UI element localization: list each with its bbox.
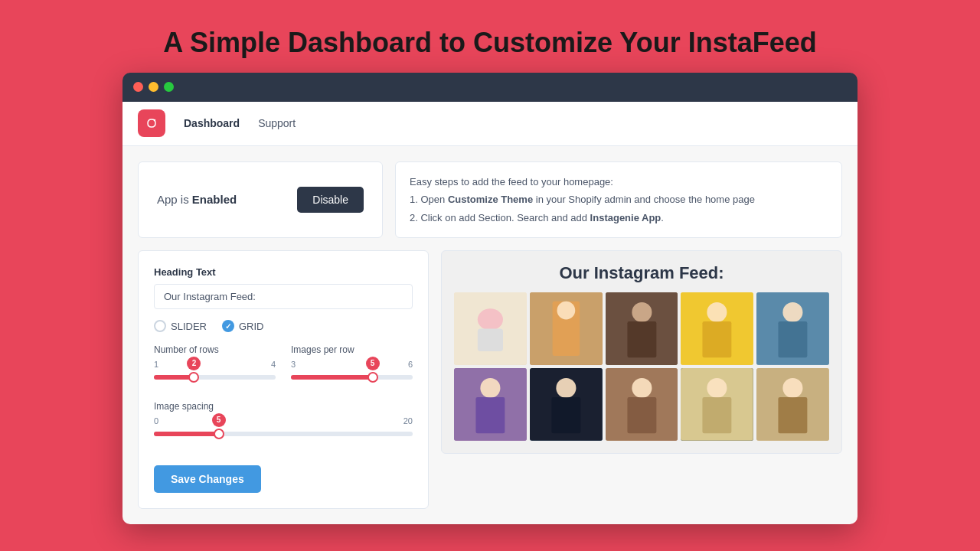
heading-label: Heading Text	[154, 266, 413, 278]
rows-slider-label: Number of rows	[154, 344, 276, 355]
status-state: Enabled	[192, 193, 237, 206]
instructions-panel: Easy steps to add the feed to your homep…	[395, 161, 842, 238]
radio-slider-label: SLIDER	[171, 321, 207, 332]
svg-point-3	[478, 308, 503, 330]
svg-rect-25	[627, 397, 656, 433]
browser-window: Dashboard Support App is Enabled Disable…	[122, 73, 858, 524]
nav-bar: Dashboard Support	[122, 102, 858, 146]
images-per-row-slider-group: Images per row 3 6 5	[291, 344, 413, 390]
instructions-line2-suffix: in your Shopify admin and choose the hom…	[533, 194, 755, 205]
photo-grid	[454, 292, 829, 441]
images-per-row-thumb[interactable]: 5	[368, 372, 378, 383]
svg-rect-28	[703, 397, 732, 433]
radio-grid-label: GRID	[239, 321, 264, 332]
svg-rect-0	[143, 115, 160, 132]
images-per-row-value: 5	[366, 357, 380, 370]
rows-slider-min: 1	[154, 360, 158, 369]
radio-grid[interactable]: GRID	[222, 320, 264, 332]
spacing-slider-group: Image spacing 0 20 5	[154, 401, 413, 447]
svg-point-27	[707, 378, 727, 398]
photo-cell-7	[530, 368, 603, 441]
rows-slider-track[interactable]: 2	[154, 375, 276, 380]
spacing-slider-value: 5	[212, 413, 226, 427]
instructions-line2: 1. Open Customize Theme in your Shopify …	[410, 191, 828, 208]
browser-titlebar	[122, 73, 858, 102]
photo-cell-9	[681, 368, 753, 441]
spacing-slider-min: 0	[154, 416, 158, 425]
instructions-link1: Customize Theme	[448, 194, 533, 205]
traffic-light-minimize[interactable]	[149, 82, 158, 92]
svg-point-1	[154, 119, 155, 121]
radio-slider[interactable]: SLIDER	[154, 320, 207, 332]
svg-point-21	[556, 378, 576, 398]
app-logo	[138, 109, 165, 137]
status-text: App is Enabled	[157, 193, 237, 206]
radio-slider-circle	[154, 320, 166, 332]
svg-point-24	[632, 378, 652, 398]
settings-preview-row: Heading Text SLIDER GRID	[138, 250, 842, 509]
images-per-row-fill	[291, 375, 373, 380]
photo-cell-5	[756, 292, 829, 365]
spacing-slider-max: 20	[403, 416, 413, 425]
layout-radio-group: SLIDER GRID	[154, 320, 413, 332]
photo-cell-3	[606, 292, 678, 365]
spacing-slider-thumb[interactable]: 5	[214, 429, 224, 439]
svg-point-18	[480, 378, 500, 398]
feed-preview-title: Our Instagram Feed:	[454, 263, 829, 283]
svg-rect-10	[627, 321, 656, 357]
photo-cell-1	[454, 292, 527, 365]
images-per-row-label: Images per row	[291, 344, 413, 355]
rows-slider-wrap: 2	[154, 375, 276, 390]
svg-rect-4	[478, 328, 503, 351]
photo-cell-2	[530, 292, 603, 365]
page-title: A Simple Dashboard to Customize Your Ins…	[163, 27, 816, 59]
settings-panel: Heading Text SLIDER GRID	[138, 250, 429, 509]
main-content: App is Enabled Disable Easy steps to add…	[122, 146, 858, 524]
instructions-line3-suffix: .	[661, 212, 664, 223]
rows-slider-value: 2	[187, 357, 201, 370]
sliders-row: Number of rows 1 4 2	[154, 344, 413, 390]
instructions-line3: 2. Click on add Section. Search and add …	[410, 209, 828, 227]
images-per-row-track[interactable]: 5	[291, 375, 413, 380]
svg-point-7	[557, 302, 575, 320]
photo-cell-4	[681, 292, 753, 365]
images-per-row-max: 6	[408, 360, 413, 369]
svg-rect-16	[779, 321, 808, 357]
instructions-link2: Instagenie App	[590, 212, 662, 223]
svg-point-30	[783, 378, 803, 398]
rows-slider-max: 4	[271, 360, 276, 369]
status-instructions-row: App is Enabled Disable Easy steps to add…	[138, 161, 842, 238]
rows-slider-minmax: 1 4	[154, 360, 276, 369]
svg-rect-22	[551, 397, 580, 433]
images-per-row-minmax: 3 6	[291, 360, 413, 369]
svg-point-12	[707, 302, 727, 322]
svg-point-9	[632, 302, 652, 322]
svg-rect-19	[475, 397, 505, 433]
spacing-slider-wrap: 5	[154, 432, 413, 447]
photo-cell-6	[454, 368, 527, 441]
nav-support[interactable]: Support	[258, 114, 296, 132]
svg-rect-31	[779, 397, 808, 433]
svg-point-15	[783, 302, 803, 322]
traffic-light-maximize[interactable]	[164, 82, 174, 92]
spacing-slider-label: Image spacing	[154, 401, 413, 412]
heading-input[interactable]	[154, 284, 413, 309]
save-changes-button[interactable]: Save Changes	[154, 465, 261, 493]
instructions-line1: Easy steps to add the feed to your homep…	[410, 173, 828, 191]
photo-cell-10	[756, 368, 829, 441]
images-per-row-wrap: 5	[291, 375, 413, 390]
preview-panel: Our Instagram Feed:	[441, 250, 842, 454]
svg-rect-13	[703, 321, 732, 357]
spacing-slider-fill	[154, 432, 219, 436]
browser-content: Dashboard Support App is Enabled Disable…	[122, 102, 858, 524]
photo-cell-8	[606, 368, 678, 441]
rows-slider-group: Number of rows 1 4 2	[154, 344, 276, 390]
spacing-slider-minmax: 0 20	[154, 416, 413, 425]
spacing-slider-track[interactable]: 5	[154, 432, 413, 436]
images-per-row-min: 3	[291, 360, 296, 369]
traffic-light-close[interactable]	[133, 82, 143, 92]
nav-dashboard[interactable]: Dashboard	[184, 114, 240, 132]
rows-slider-thumb[interactable]: 2	[188, 372, 199, 383]
status-box: App is Enabled Disable	[138, 161, 383, 238]
disable-button[interactable]: Disable	[297, 187, 364, 213]
